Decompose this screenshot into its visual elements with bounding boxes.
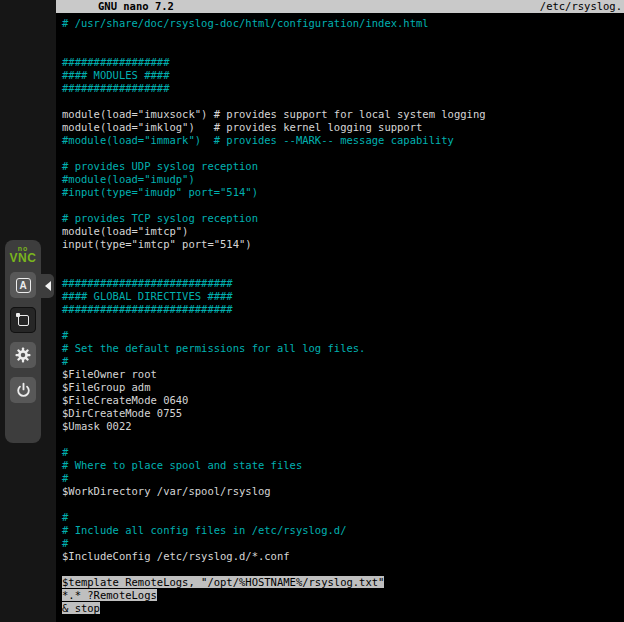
editor-line xyxy=(62,264,624,277)
editor-text-segment: # Set the default permissions for all lo… xyxy=(62,342,365,354)
editor-line: ########################### xyxy=(62,303,624,316)
editor-text-segment: *.* ?RemoteLogs xyxy=(62,589,157,601)
editor-text-segment: # provides TCP syslog reception xyxy=(62,212,258,224)
settings-button[interactable] xyxy=(10,342,36,368)
editor-line: $WorkDirectory /var/spool/rsyslog xyxy=(62,485,624,498)
editor-line: # xyxy=(62,537,624,550)
editor-line: # Set the default permissions for all lo… xyxy=(62,342,624,355)
editor-text-segment: $FileGroup adm xyxy=(62,381,151,393)
editor-text-segment: ########################### xyxy=(62,303,233,315)
editor-text-segment: #input(type="imudp" port="514") xyxy=(62,186,258,198)
editor-text-segment: # xyxy=(62,355,68,367)
collapse-arrow-icon xyxy=(45,281,51,291)
control-bar-handle[interactable] xyxy=(41,274,54,298)
keyboard-button[interactable]: A xyxy=(10,272,36,298)
editor-text-segment: # xyxy=(62,472,68,484)
editor-text-segment: $FileCreateMode 0640 xyxy=(62,394,188,406)
editor-text-segment: & stop xyxy=(62,602,100,614)
editor-line xyxy=(62,498,624,511)
editor-text-segment: input(type="imtcp" port="514") xyxy=(62,238,252,250)
editor-line: # xyxy=(62,472,624,485)
editor-line: *.* ?RemoteLogs xyxy=(62,589,624,602)
editor-line xyxy=(62,30,624,43)
editor-line: $FileGroup adm xyxy=(62,381,624,394)
editor-text-segment: # Include all config files in /etc/rsysl… xyxy=(62,524,346,536)
editor-text-segment: $template RemoteLogs, "/opt/%HOSTNAME%/r… xyxy=(62,576,384,588)
editor-line: input(type="imtcp" port="514") xyxy=(62,238,624,251)
editor-text-segment: $IncludeConfig /etc/rsyslog.d/*.conf xyxy=(62,550,290,562)
nano-version-label: GNU nano 7.2 xyxy=(98,0,174,13)
editor-line: # xyxy=(62,355,624,368)
editor-line: # xyxy=(62,511,624,524)
editor-text-segment: # Where to place spool and state files xyxy=(62,459,302,471)
editor-text-segment: module(load="imuxsock") # provides suppo… xyxy=(62,108,486,120)
editor-line: $FileCreateMode 0640 xyxy=(62,394,624,407)
editor-line: $IncludeConfig /etc/rsyslog.d/*.conf xyxy=(62,550,624,563)
editor-text-segment: $FileOwner root xyxy=(62,368,157,380)
editor-text-segment: $DirCreateMode 0755 xyxy=(62,407,182,419)
editor-line xyxy=(62,43,624,56)
power-button[interactable] xyxy=(10,377,36,403)
editor-line: $FileOwner root xyxy=(62,368,624,381)
editor-line: ########################### xyxy=(62,277,624,290)
editor-line: module(load="imuxsock") # provides suppo… xyxy=(62,108,624,121)
editor-line: # Where to place spool and state files xyxy=(62,459,624,472)
editor-line xyxy=(62,563,624,576)
keyboard-icon: A xyxy=(16,278,31,293)
editor-line xyxy=(62,147,624,160)
editor-line xyxy=(62,199,624,212)
editor-line: # provides UDP syslog reception xyxy=(62,160,624,173)
file-path-label: /etc/rsyslog. xyxy=(540,0,622,13)
editor-line: #module(load="imudp") xyxy=(62,173,624,186)
editor-line: $template RemoteLogs, "/opt/%HOSTNAME%/r… xyxy=(62,576,624,589)
editor-line: & stop xyxy=(62,602,624,615)
fullscreen-button[interactable] xyxy=(10,307,36,333)
novnc-logo: no VNC xyxy=(10,245,37,264)
editor-line: module(load="imklog") # provides kernel … xyxy=(62,121,624,134)
novnc-control-bar: no VNC A xyxy=(5,240,41,443)
screen: GNU nano 7.2 /etc/rsyslog. # /usr/share/… xyxy=(0,0,624,622)
editor-line xyxy=(62,433,624,446)
editor-text-segment: # provides UDP syslog reception xyxy=(62,160,258,172)
editor-line: $Umask 0022 xyxy=(62,420,624,433)
editor-text-segment: # xyxy=(62,446,68,458)
editor-line xyxy=(62,95,624,108)
nano-editor[interactable]: # /usr/share/doc/rsyslog-doc/html/config… xyxy=(56,13,624,615)
editor-text-segment: #### GLOBAL DIRECTIVES #### xyxy=(62,290,233,302)
editor-text-segment: module(load="imklog") # provides kernel … xyxy=(62,121,422,133)
editor-text-segment: $WorkDirectory /var/spool/rsyslog xyxy=(62,485,271,497)
editor-line: # Include all config files in /etc/rsysl… xyxy=(62,524,624,537)
editor-line xyxy=(62,316,624,329)
terminal-window[interactable]: GNU nano 7.2 /etc/rsyslog. # /usr/share/… xyxy=(56,0,624,622)
editor-line: ################# xyxy=(62,56,624,69)
editor-text-segment: ########################### xyxy=(62,277,233,289)
editor-line: #module(load="immark") # provides --MARK… xyxy=(62,134,624,147)
gear-icon xyxy=(14,346,32,364)
editor-text-segment: # /usr/share/doc/rsyslog-doc/html/config… xyxy=(62,17,429,29)
editor-line: # /usr/share/doc/rsyslog-doc/html/config… xyxy=(62,17,624,30)
editor-text-segment: module(load="imtcp") xyxy=(62,225,188,237)
fullscreen-icon xyxy=(18,315,29,326)
editor-text-segment: #module(load="immark") # provides --MARK… xyxy=(62,134,454,146)
novnc-logo-text: VNC xyxy=(10,252,37,264)
editor-line: module(load="imtcp") xyxy=(62,225,624,238)
editor-line: # xyxy=(62,329,624,342)
editor-text-segment: # xyxy=(62,511,68,523)
editor-line: #### GLOBAL DIRECTIVES #### xyxy=(62,290,624,303)
editor-text-segment: #module(load="imudp") xyxy=(62,173,195,185)
editor-line xyxy=(62,251,624,264)
power-icon xyxy=(15,382,32,399)
editor-text-segment: ################# xyxy=(62,56,169,68)
editor-text-segment: $Umask 0022 xyxy=(62,420,132,432)
editor-line: $DirCreateMode 0755 xyxy=(62,407,624,420)
editor-text-segment: #### MODULES #### xyxy=(62,69,169,81)
editor-line: ################# xyxy=(62,82,624,95)
editor-text-segment: # xyxy=(62,537,68,549)
editor-line: # provides TCP syslog reception xyxy=(62,212,624,225)
editor-line: #input(type="imudp" port="514") xyxy=(62,186,624,199)
editor-text-segment: ################# xyxy=(62,82,169,94)
editor-line: #### MODULES #### xyxy=(62,69,624,82)
editor-line: # xyxy=(62,446,624,459)
nano-titlebar: GNU nano 7.2 /etc/rsyslog. xyxy=(56,0,624,13)
editor-text-segment: # xyxy=(62,329,68,341)
